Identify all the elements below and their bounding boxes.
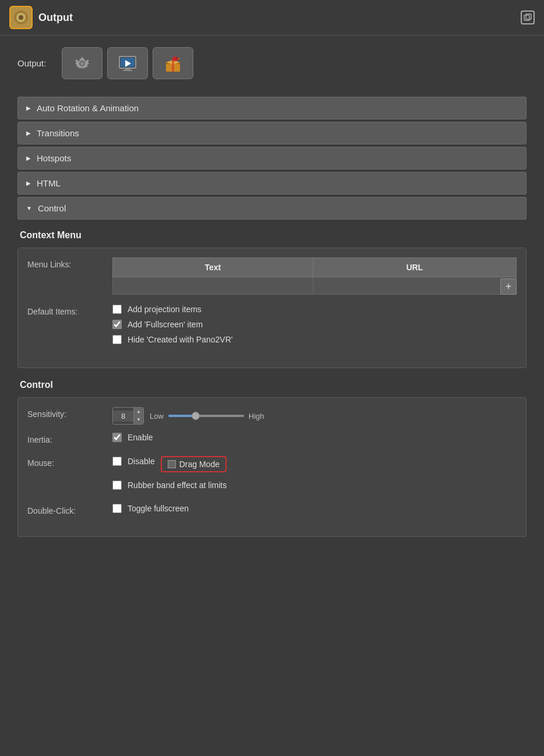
output-buttons [62,47,193,79]
main-content: Output: [0,36,544,572]
mouse-controls: Disable Drag Mode [112,456,227,472]
drag-mode-label: Drag Mode [179,460,220,469]
table-cell-text[interactable] [113,277,313,295]
control-inner-title: Control [17,380,527,390]
accordion-header-html[interactable]: ▶ HTML [17,172,527,195]
accordion-auto-rotation: ▶ Auto Rotation & Animation [17,97,527,119]
chevron-html: ▶ [26,180,31,186]
rubber-band-label: Rubber band effect at limits [128,481,227,490]
drag-mode-btn[interactable]: Drag Mode [161,456,227,472]
table-cell-url[interactable] [313,277,516,295]
drag-mode-checkbox-visual [168,460,176,468]
add-projection-label: Add projection items [128,305,202,314]
output-row: Output: [17,47,527,79]
svg-marker-21 [178,58,180,60]
table-row [113,277,517,295]
accordion-transitions: ▶ Transitions [17,122,527,144]
accordion-control: ▼ Control Context Menu Menu Links: [17,197,527,558]
sensitivity-controls: ▲ ▼ Low High [112,407,264,425]
inertia-checkbox[interactable] [112,433,122,442]
accordion-hotspots: ▶ Hotspots [17,147,527,169]
sensitivity-slider[interactable] [168,415,244,417]
chevron-hotspots: ▶ [26,155,31,161]
svg-rect-5 [10,7,31,28]
mouse-label: Mouse: [27,456,103,468]
mouse-field-row: Mouse: Disable Drag Mode [27,456,517,472]
toggle-fullscreen-checkbox[interactable] [112,504,122,513]
screen-output-btn[interactable] [107,47,148,79]
sensitivity-slider-wrapper: Low High [150,412,264,421]
svg-rect-19 [172,60,174,72]
control-inner-panel: Sensitivity: ▲ ▼ Low High [17,397,527,537]
title-bar: Output [0,0,544,36]
low-label: Low [150,412,164,421]
box-output-btn[interactable] [153,47,193,79]
hide-created-checkbox[interactable] [112,335,122,344]
menu-links-row: Menu Links: Text URL [27,257,517,296]
accordion-label-auto-rotation: Auto Rotation & Animation [37,103,139,113]
box-icon [163,53,183,74]
accordion-header-transitions[interactable]: ▶ Transitions [17,122,527,144]
chevron-transitions: ▶ [26,130,31,136]
inertia-checkbox-label: Enable [128,433,153,442]
rubber-band-spacer [27,481,103,483]
accordion-label-control: Control [38,203,66,213]
title-bar-left: Output [9,6,73,29]
link-icon [524,13,532,22]
app-icon [9,6,33,29]
accordion-html: ▶ HTML [17,172,527,195]
add-projection-checkbox[interactable] [112,305,122,314]
mouse-disable-checkbox[interactable] [112,457,122,466]
double-click-label: Double-Click: [27,504,103,515]
accordion-header-hotspots[interactable]: ▶ Hotspots [17,147,527,169]
default-items-content: Add projection items Add 'Fullscreen' it… [112,305,517,350]
output-label: Output: [17,58,52,68]
spin-down-btn[interactable]: ▼ [134,416,143,424]
gear-icon [72,53,93,74]
accordion-label-hotspots: Hotspots [37,153,71,163]
accordion-header-control[interactable]: ▼ Control [17,197,527,220]
hide-created-label: Hide 'Created with Pano2VR' [128,335,232,344]
sensitivity-field-row: Sensitivity: ▲ ▼ Low High [27,407,517,425]
screen-icon [117,53,138,74]
menu-links-label: Menu Links: [27,257,103,269]
menu-links-table-wrapper: Text URL [112,257,517,295]
window-title: Output [38,12,73,24]
chevron-auto-rotation: ▶ [26,105,31,111]
menu-links-content: Text URL [112,257,517,296]
add-fullscreen-checkbox[interactable] [112,320,122,329]
settings-output-btn[interactable] [62,47,103,79]
svg-point-22 [176,58,177,59]
spinbox-arrows: ▲ ▼ [133,408,143,424]
svg-rect-15 [123,70,132,71]
high-label: High [249,412,264,421]
context-menu-title: Context Menu [17,230,527,241]
inertia-checkbox-row: Enable [112,433,153,442]
accordion-label-transitions: Transitions [37,128,79,138]
chevron-control: ▼ [26,205,32,211]
accordion-label-html: HTML [37,178,61,188]
default-items-row: Default Items: Add projection items Add … [27,305,517,350]
double-click-row: Toggle fullscreen [112,504,189,513]
col-url-header: URL [313,258,516,277]
add-projection-row: Add projection items [112,305,517,314]
svg-point-10 [80,62,84,65]
add-fullscreen-label: Add 'Fullscreen' item [128,320,203,329]
spin-up-btn[interactable]: ▲ [134,408,143,416]
sensitivity-label: Sensitivity: [27,407,103,419]
sensitivity-input[interactable] [113,411,133,422]
toggle-fullscreen-label: Toggle fullscreen [128,504,189,513]
control-panel: Context Menu Menu Links: Text URL [17,221,527,558]
mouse-disable-row: Disable [112,457,155,466]
double-click-field-row: Double-Click: Toggle fullscreen [27,504,517,519]
add-row-btn[interactable]: + [500,278,517,295]
default-items-label: Default Items: [27,305,103,316]
add-fullscreen-row: Add 'Fullscreen' item [112,320,517,329]
inertia-label: Inertia: [27,433,103,444]
rubber-band-row: Rubber band effect at limits [112,481,227,490]
window-control-btn[interactable] [521,10,535,24]
rubber-band-checkbox[interactable] [112,481,122,490]
mouse-disable-label: Disable [128,457,155,466]
sensitivity-spinbox: ▲ ▼ [112,407,144,425]
accordion-header-auto-rotation[interactable]: ▶ Auto Rotation & Animation [17,97,527,119]
